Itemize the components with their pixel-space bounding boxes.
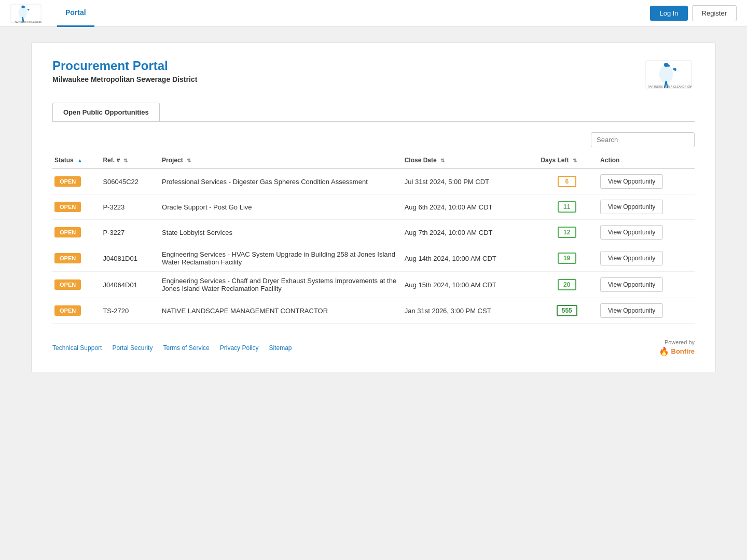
col-ref[interactable]: Ref. # ⇅ (101, 152, 160, 169)
footer-technical-support[interactable]: Technical Support (52, 344, 102, 352)
nav-portal-link[interactable]: Portal (57, 0, 94, 27)
cell-ref: J04081D01 (101, 245, 160, 272)
view-opportunity-button[interactable]: View Opportunity (600, 277, 663, 292)
status-badge: OPEN (54, 305, 81, 316)
svg-text:PARTNERS FOR A CLEANER ENVIRON: PARTNERS FOR A CLEANER ENVIRONMENT (15, 21, 42, 23)
table-row: OPENP-3227State Lobbyist ServicesAug 7th… (52, 220, 695, 245)
cell-close-date: Aug 15th 2024, 10:00 AM CDT (403, 272, 539, 298)
col-close-date[interactable]: Close Date ⇅ (403, 152, 539, 169)
days-badge: 20 (558, 279, 576, 290)
status-badge: OPEN (54, 227, 81, 237)
svg-point-7 (659, 65, 673, 83)
cell-action: View Opportunity (598, 245, 695, 272)
footer-terms-of-service[interactable]: Terms of Service (163, 344, 209, 352)
tab-bar: Open Public Opportunities (52, 103, 695, 122)
table-row: OPENJ04064D01Engineering Services - Chaf… (52, 272, 695, 298)
powered-by: Powered by 🔥 Bonfire (659, 339, 695, 356)
cell-project: Engineering Services - HVAC System Upgra… (160, 245, 403, 272)
table-row: OPENJ04081D01Engineering Services - HVAC… (52, 245, 695, 272)
portal-logo-area: PARTNERS FOR A CLEANER ENVIRONMENT (643, 59, 695, 90)
view-opportunity-button[interactable]: View Opportunity (600, 200, 663, 214)
top-navigation: PARTNERS FOR A CLEANER ENVIRONMENT Porta… (0, 0, 747, 27)
col-status[interactable]: Status ▲ (52, 152, 101, 169)
table-row: OPENP-3223Oracle Support - Post Go LiveA… (52, 194, 695, 220)
cell-days-left: 19 (538, 245, 598, 272)
sort-ref-icon: ⇅ (123, 158, 128, 163)
mmsd-logo: PARTNERS FOR A CLEANER ENVIRONMENT (10, 4, 42, 23)
footer-portal-security[interactable]: Portal Security (112, 344, 153, 352)
cell-ref: P-3227 (101, 220, 160, 245)
days-badge: 555 (557, 305, 577, 316)
days-badge: 11 (558, 201, 576, 213)
table-row: OPENTS-2720NATIVE LANDSCAPE MANAGEMENT C… (52, 298, 695, 324)
cell-close-date: Aug 14th 2024, 10:00 AM CDT (403, 245, 539, 272)
cell-status: OPEN (52, 169, 101, 194)
view-opportunity-button[interactable]: View Opportunity (600, 225, 663, 240)
nav-links: Portal (57, 0, 650, 27)
cell-project: Engineering Services - Chaff and Dryer E… (160, 272, 403, 298)
register-button[interactable]: Register (692, 5, 737, 21)
cell-status: OPEN (52, 194, 101, 220)
cell-ref: TS-2720 (101, 298, 160, 324)
sort-project-icon: ⇅ (187, 158, 191, 163)
cell-status: OPEN (52, 220, 101, 245)
sort-days-icon: ⇅ (573, 158, 577, 163)
col-project[interactable]: Project ⇅ (160, 152, 403, 169)
footer-sitemap[interactable]: Sitemap (269, 344, 292, 352)
cell-days-left: 6 (538, 169, 598, 194)
view-opportunity-button[interactable]: View Opportunity (600, 251, 663, 265)
sort-status-icon: ▲ (77, 158, 82, 163)
cell-action: View Opportunity (598, 194, 695, 220)
footer-privacy-policy[interactable]: Privacy Policy (220, 344, 259, 352)
status-badge: OPEN (54, 253, 81, 263)
svg-point-1 (18, 6, 27, 19)
status-badge: OPEN (54, 279, 81, 290)
table-body: OPENS06045C22Professional Services - Dig… (52, 169, 695, 324)
cell-close-date: Jan 31st 2026, 3:00 PM CST (403, 298, 539, 324)
footer: Technical Support Portal Security Terms … (52, 339, 695, 356)
cell-close-date: Aug 6th 2024, 10:00 AM CDT (403, 194, 539, 220)
nav-right-actions: Log In Register (650, 5, 737, 21)
days-badge: 12 (558, 227, 576, 238)
view-opportunity-button[interactable]: View Opportunity (600, 303, 663, 318)
cell-close-date: Aug 7th 2024, 10:00 AM CDT (403, 220, 539, 245)
portal-header: Procurement Portal Milwaukee Metropolita… (52, 59, 695, 90)
portal-title-area: Procurement Portal Milwaukee Metropolita… (52, 59, 197, 83)
cell-days-left: 20 (538, 272, 598, 298)
bonfire-logo: 🔥 Bonfire (659, 346, 695, 356)
powered-by-label: Powered by (659, 339, 695, 345)
cell-status: OPEN (52, 298, 101, 324)
cell-ref: J04064D01 (101, 272, 160, 298)
search-input[interactable] (591, 132, 695, 147)
search-row (52, 132, 695, 147)
portal-logo: PARTNERS FOR A CLEANER ENVIRONMENT (643, 59, 695, 90)
days-badge: 6 (558, 176, 576, 187)
status-badge: OPEN (54, 176, 81, 187)
tab-open-opportunities[interactable]: Open Public Opportunities (52, 103, 160, 121)
bonfire-name: Bonfire (671, 347, 695, 355)
status-badge: OPEN (54, 202, 81, 212)
cell-project: Oracle Support - Post Go Live (160, 194, 403, 220)
cell-action: View Opportunity (598, 220, 695, 245)
cell-project: NATIVE LANDSCAPE MANAGEMENT CONTRACTOR (160, 298, 403, 324)
bonfire-icon: 🔥 (659, 346, 669, 356)
login-button[interactable]: Log In (650, 6, 687, 21)
cell-days-left: 12 (538, 220, 598, 245)
opportunities-table: Status ▲ Ref. # ⇅ Project ⇅ Close Date ⇅… (52, 152, 695, 324)
cell-action: View Opportunity (598, 298, 695, 324)
col-days-left[interactable]: Days Left ⇅ (538, 152, 598, 169)
cell-project: Professional Services - Digester Gas Sph… (160, 169, 403, 194)
portal-subtitle: Milwaukee Metropolitan Sewerage District (52, 75, 197, 83)
svg-point-10 (664, 63, 668, 67)
cell-close-date: Jul 31st 2024, 5:00 PM CDT (403, 169, 539, 194)
days-badge: 19 (558, 253, 576, 264)
cell-status: OPEN (52, 272, 101, 298)
col-action: Action (598, 152, 695, 169)
cell-action: View Opportunity (598, 272, 695, 298)
svg-text:PARTNERS FOR A CLEANER ENVIRON: PARTNERS FOR A CLEANER ENVIRONMENT (648, 85, 692, 88)
main-card: Procurement Portal Milwaukee Metropolita… (31, 43, 716, 372)
cell-ref: P-3223 (101, 194, 160, 220)
view-opportunity-button[interactable]: View Opportunity (600, 174, 663, 189)
cell-ref: S06045C22 (101, 169, 160, 194)
cell-action: View Opportunity (598, 169, 695, 194)
